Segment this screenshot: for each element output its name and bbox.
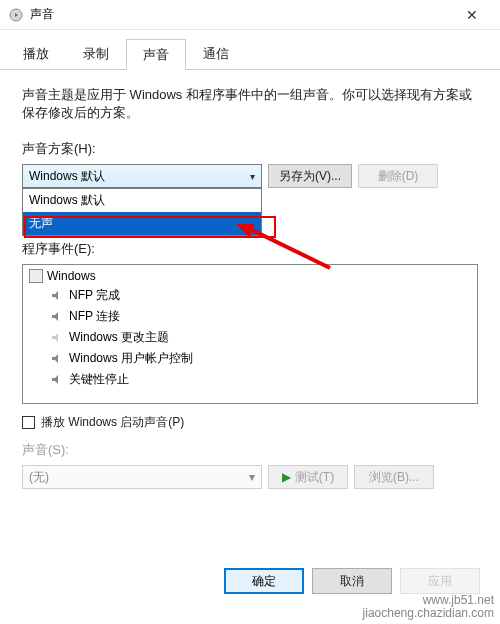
event-item[interactable]: NFP 连接 (25, 306, 475, 327)
ok-button[interactable]: 确定 (224, 568, 304, 594)
event-item[interactable]: Windows 更改主题 (25, 327, 475, 348)
description: 声音主题是应用于 Windows 和程序事件中的一组声音。你可以选择现有方案或保… (22, 86, 478, 122)
tab-content: 声音主题是应用于 Windows 和程序事件中的一组声音。你可以选择现有方案或保… (0, 70, 500, 503)
sound-label: 声音(S): (22, 441, 478, 459)
scheme-selected: Windows 默认 (29, 168, 105, 185)
scheme-option-nosound[interactable]: 无声 (23, 212, 261, 235)
event-item[interactable]: Windows 用户帐户控制 (25, 348, 475, 369)
event-item[interactable]: NFP 完成 (25, 285, 475, 306)
dialog-buttons: 确定 取消 应用 (224, 568, 480, 594)
events-label: 程序事件(E): (22, 240, 478, 258)
test-button: ▶测试(T) (268, 465, 348, 489)
sound-icon (8, 7, 24, 23)
delete-button: 删除(D) (358, 164, 438, 188)
apply-button: 应用 (400, 568, 480, 594)
windows-icon (29, 269, 43, 283)
tab-communications[interactable]: 通信 (186, 38, 246, 69)
titlebar: 声音 ✕ (0, 0, 500, 30)
tab-playback[interactable]: 播放 (6, 38, 66, 69)
speaker-icon (51, 353, 65, 364)
play-icon: ▶ (282, 470, 291, 484)
events-root[interactable]: Windows (25, 267, 475, 285)
tabs: 播放 录制 声音 通信 (0, 34, 500, 70)
watermark: www.jb51.net jiaocheng.chazidian.com (363, 594, 494, 620)
events-listbox[interactable]: Windows NFP 完成 NFP 连接 Windows 更改主题 Windo… (22, 264, 478, 404)
cancel-button[interactable]: 取消 (312, 568, 392, 594)
scheme-dropdown-list: Windows 默认 无声 (22, 188, 262, 236)
save-as-button[interactable]: 另存为(V)... (268, 164, 352, 188)
browse-button: 浏览(B)... (354, 465, 434, 489)
scheme-label: 声音方案(H): (22, 140, 478, 158)
tab-recording[interactable]: 录制 (66, 38, 126, 69)
close-button[interactable]: ✕ (452, 0, 492, 30)
event-item[interactable]: 关键性停止 (25, 369, 475, 390)
speaker-icon (51, 374, 65, 385)
speaker-icon (51, 290, 65, 301)
speaker-icon (51, 311, 65, 322)
startup-sound-label: 播放 Windows 启动声音(P) (41, 414, 184, 431)
chevron-down-icon: ▾ (249, 470, 255, 484)
chevron-down-icon: ▾ (250, 171, 255, 182)
scheme-dropdown[interactable]: Windows 默认 ▾ (22, 164, 262, 188)
startup-sound-checkbox-row[interactable]: 播放 Windows 启动声音(P) (22, 414, 478, 431)
window-title: 声音 (30, 6, 452, 23)
scheme-option-default[interactable]: Windows 默认 (23, 189, 261, 212)
scheme-dropdown-wrap: Windows 默认 ▾ Windows 默认 无声 (22, 164, 262, 188)
sound-dropdown: (无) ▾ (22, 465, 262, 489)
tab-sound[interactable]: 声音 (126, 39, 186, 70)
speaker-icon (51, 332, 65, 343)
checkbox-icon[interactable] (22, 416, 35, 429)
